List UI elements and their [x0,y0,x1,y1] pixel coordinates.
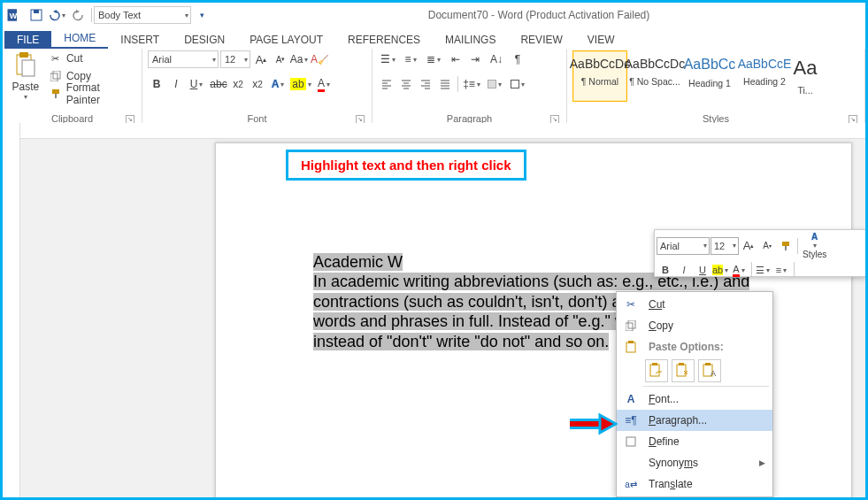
paste-label: Paste [12,81,40,93]
cut-button[interactable]: ✂Cut [49,50,136,66]
tab-view[interactable]: VIEW [575,31,627,49]
align-center-button[interactable] [397,75,415,93]
align-left-button[interactable] [378,75,396,93]
cm-define[interactable]: Define [617,431,772,452]
context-menu: ✂Cut Copy Paste Options: A AFont... ≡¶Pa… [616,291,773,497]
highlight-button[interactable]: ab▾ [291,75,312,93]
horizontal-ruler[interactable] [20,123,865,139]
font-name-combo[interactable]: Arial▾ [148,50,219,68]
save-icon[interactable] [26,5,47,25]
tab-home[interactable]: HOME [51,29,108,49]
grow-font-button[interactable]: A▴ [252,50,270,68]
redo-icon[interactable] [68,5,89,25]
mini-shrink-font[interactable]: A▾ [758,237,776,255]
qat-customize-icon[interactable]: ▾ [191,5,212,25]
style-heading1[interactable]: AaBbCcHeading 1 [682,50,737,102]
doc-heading[interactable]: Academic W [313,253,403,271]
svg-rect-17 [650,365,659,376]
titlebar: W ▾ Body Text▾ ▾ Document70 - Word (Prod… [3,3,865,27]
underline-button[interactable]: U▾ [187,75,208,93]
svg-rect-15 [626,342,635,352]
tab-page-layout[interactable]: PAGE LAYOUT [237,31,335,49]
undo-icon[interactable]: ▾ [47,5,68,25]
italic-button[interactable]: I [167,75,185,93]
bold-button[interactable]: B [148,75,165,93]
svg-rect-12 [785,246,787,250]
scissors-icon: ✂ [622,298,640,311]
style-no-spacing[interactable]: AaBbCcDc¶ No Spac... [627,50,682,102]
define-icon [622,436,640,447]
shrink-font-button[interactable]: A▾ [272,50,289,68]
mini-highlight[interactable]: ab▾ [712,261,730,279]
cm-translate[interactable]: a⇄Translate [617,473,772,495]
paragraph-icon: ≡¶ [622,414,640,427]
align-right-button[interactable] [417,75,434,93]
numbering-button[interactable]: ≡▾ [401,50,422,68]
paste-button[interactable]: Paste ▾ [8,50,43,101]
bullets-button[interactable]: ☰▾ [378,50,399,68]
style-title[interactable]: AaTi... [792,50,818,102]
mini-toolbar: Arial▾ 12▾ A▴ A▾ A▾Styles B I U ab▾ A▾ ☰… [654,229,866,277]
brush-icon [49,87,63,101]
multilevel-list-button[interactable]: ≣▾ [424,50,445,68]
svg-rect-13 [626,323,633,331]
style-normal[interactable]: AaBbCcDc¶ Normal [572,50,627,102]
mini-numbering[interactable]: ≡▾ [773,261,791,279]
clear-formatting-button[interactable]: A🧹 [311,50,328,68]
format-painter-button[interactable]: Format Painter [49,86,136,102]
tab-references[interactable]: REFERENCES [335,31,433,49]
strikethrough-button[interactable]: abc [210,75,227,93]
vertical-ruler[interactable] [3,123,20,497]
tab-file[interactable]: FILE [4,31,51,49]
quick-style-picker[interactable]: Body Text▾ [94,6,191,24]
show-marks-button[interactable]: ¶ [509,50,526,68]
tab-mailings[interactable]: MAILINGS [433,31,508,49]
copy-icon [49,69,63,83]
mini-underline[interactable]: U [694,261,711,279]
tab-insert[interactable]: INSERT [108,31,172,49]
window-title: Document70 - Word (Product Activation Fa… [212,9,865,21]
cm-paragraph[interactable]: ≡¶Paragraph... [617,410,772,431]
cm-copy[interactable]: Copy [617,315,772,336]
svg-rect-6 [22,60,35,76]
font-size-combo[interactable]: 12▾ [220,50,250,68]
paste-merge[interactable] [672,359,695,382]
cm-font[interactable]: AFont... [617,388,772,410]
subscript-button[interactable]: x2 [229,75,247,93]
mini-italic[interactable]: I [675,261,693,279]
text-effects-button[interactable]: A▾ [268,75,289,93]
mini-styles-button[interactable]: A▾Styles [801,232,828,259]
svg-text:W: W [10,12,18,20]
cm-synonyms[interactable]: Synonyms▶ [617,452,772,473]
svg-rect-8 [53,71,60,79]
svg-rect-3 [34,10,39,13]
ribbon-tabs: FILE HOME INSERT DESIGN PAGE LAYOUT REFE… [3,27,865,49]
svg-rect-10 [55,94,57,98]
styles-gallery[interactable]: AaBbCcDc¶ Normal AaBbCcDc¶ No Spac... Aa… [572,50,818,102]
increase-indent-button[interactable]: ⇥ [466,50,484,68]
cm-cut[interactable]: ✂Cut [617,294,772,315]
borders-button[interactable]: ▾ [508,75,529,93]
change-case-button[interactable]: Aa▾ [291,50,309,68]
shading-button[interactable]: ▾ [485,75,506,93]
justify-button[interactable] [436,75,454,93]
style-heading2[interactable]: AaBbCcEHeading 2 [737,50,792,102]
mini-size-combo[interactable]: 12▾ [711,237,739,255]
line-spacing-button[interactable]: ‡≡▾ [462,75,483,93]
mini-bullets[interactable]: ☰▾ [755,261,772,279]
svg-rect-7 [50,73,58,81]
decrease-indent-button[interactable]: ⇤ [447,50,465,68]
paste-text-only[interactable]: A [698,359,721,382]
sort-button[interactable]: A↓ [486,50,507,68]
tab-review[interactable]: REVIEW [508,31,574,49]
tab-design[interactable]: DESIGN [172,31,237,49]
mini-bold[interactable]: B [657,261,674,279]
mini-font-combo[interactable]: Arial▾ [657,237,710,255]
paste-keep-source[interactable] [645,359,668,382]
ribbon: Paste ▾ ✂Cut Copy Format Painter Clipboa… [3,49,865,127]
font-color-button[interactable]: A▾ [314,75,335,93]
mini-format-painter[interactable] [777,237,795,255]
mini-font-color[interactable]: A▾ [731,261,749,279]
mini-grow-font[interactable]: A▴ [740,237,757,255]
superscript-button[interactable]: x2 [249,75,266,93]
